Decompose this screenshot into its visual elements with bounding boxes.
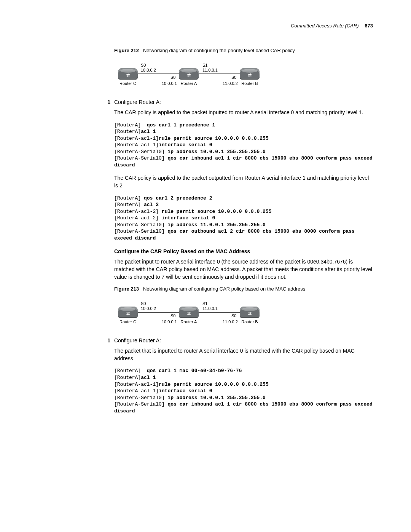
c3l4a: [RouterA-acl-1] bbox=[114, 388, 159, 394]
figure-212-text: Networking diagram of configuring the pr… bbox=[143, 48, 295, 53]
router-a-node-2: ⇄ Router A bbox=[179, 307, 199, 324]
link-ab-2 bbox=[199, 312, 240, 313]
ip-tr-2: 11.0.0.1 bbox=[202, 306, 218, 311]
c3l2a: [RouterA] bbox=[114, 375, 141, 380]
header-title: Committed Access Rate (CAR) bbox=[291, 23, 359, 29]
ip-tl-2: 10.0.0.2 bbox=[141, 306, 156, 311]
router-b-label: Router B bbox=[240, 81, 260, 86]
router-a-label: Router A bbox=[179, 81, 199, 86]
c2l5b: ip address 11.0.0.1 255.255.255.0 bbox=[167, 222, 265, 228]
ip-br: 11.0.0.2 bbox=[223, 81, 238, 86]
c1l6a: [RouterA-Serial0] bbox=[114, 155, 167, 161]
c3l1b: qos carl 1 mac 00-e0-34-b0-76-76 bbox=[147, 368, 242, 374]
c3l3b: rule permit source 10.0.0.0 0.0.0.255 bbox=[159, 382, 269, 387]
c1l5a: [RouterA-Serial0] bbox=[114, 149, 167, 155]
code-block-2: [RouterA] qos carl 2 precedence 2 [Route… bbox=[114, 195, 373, 242]
router-b-label-2: Router B bbox=[240, 320, 260, 324]
ip-br-2: 11.0.0.2 bbox=[223, 320, 238, 324]
c2l1a: [RouterA] bbox=[114, 195, 144, 201]
c2l2b: acl 2 bbox=[144, 202, 159, 208]
ip-tl: 10.0.0.2 bbox=[141, 68, 156, 72]
c2l3b: rule permit source 10.0.0.0 0.0.0.255 bbox=[162, 209, 272, 214]
c2l6a: [RouterA-Serial0] bbox=[114, 228, 167, 234]
c1l5b: ip address 10.0.0.1 255.255.255.0 bbox=[167, 149, 265, 155]
page-content: Figure 212 Networking diagram of configu… bbox=[114, 48, 373, 414]
router-c-node-2: ⇄ Router C bbox=[118, 307, 138, 324]
step-1a-num: 1 bbox=[104, 99, 110, 105]
port-s0-bl-2: S0 bbox=[170, 313, 175, 318]
link-ca-2 bbox=[138, 312, 179, 313]
figure-213-caption: Figure 213 Networking diagram of configu… bbox=[114, 286, 373, 292]
para-1: The CAR policy is applied to the packet … bbox=[114, 109, 373, 117]
c3l5b: ip address 10.0.0.1 255.255.255.0 bbox=[167, 395, 265, 401]
router-c-node: ⇄ Router C bbox=[118, 68, 138, 86]
port-s0-tl-2: S0 bbox=[141, 301, 146, 306]
ip-bl-2: 10.0.0.1 bbox=[162, 320, 177, 324]
c3l3a: [RouterA-acl-1] bbox=[114, 382, 159, 387]
router-icon: ⇄ bbox=[179, 307, 199, 318]
port-s0-bl: S0 bbox=[170, 75, 175, 80]
c2l1b: qos carl 2 precedence 2 bbox=[144, 195, 212, 201]
step-1b: 1 Configure Router A: bbox=[114, 337, 373, 343]
c1l1a: [RouterA] bbox=[114, 122, 147, 128]
c2l3a: [RouterA-acl-2] bbox=[114, 209, 162, 214]
c2l5a: [RouterA-Serial0] bbox=[114, 222, 167, 228]
c1l2a: [RouterA] bbox=[114, 129, 141, 134]
router-icon: ⇄ bbox=[240, 68, 260, 80]
c2l4a: [RouterA-acl-2] bbox=[114, 215, 162, 221]
page-header: Committed Access Rate (CAR) 673 bbox=[38, 23, 373, 29]
c1l4b: interface serial 0 bbox=[159, 142, 212, 148]
figure-212-caption: Figure 212 Networking diagram of configu… bbox=[114, 48, 373, 53]
port-s0-tl: S0 bbox=[141, 63, 146, 67]
step-1b-num: 1 bbox=[104, 337, 110, 343]
link-ab bbox=[199, 73, 240, 74]
c1l2b: acl 1 bbox=[141, 129, 156, 134]
para-3: The packet input to router A serial inte… bbox=[114, 258, 373, 281]
figure-213-label: Figure 213 bbox=[114, 286, 139, 292]
router-c-label-2: Router C bbox=[118, 320, 138, 324]
step-1a-text: Configure Router A: bbox=[114, 99, 373, 105]
section-2-head: Configure the CAR Policy Based on the MA… bbox=[114, 248, 373, 254]
code-block-1: [RouterA] qos carl 1 precedence 1 [Route… bbox=[114, 122, 373, 169]
c1l3a: [RouterA-acl-1] bbox=[114, 136, 159, 141]
c1l4a: [RouterA-acl-1] bbox=[114, 142, 159, 148]
link-ca bbox=[138, 73, 179, 74]
port-s1-tr: S1 bbox=[202, 63, 207, 67]
c3l2b: acl 1 bbox=[141, 375, 156, 380]
router-b-node-2: ⇄ Router B bbox=[240, 307, 260, 324]
c3l5a: [RouterA-Serial0] bbox=[114, 395, 167, 401]
para-4: The packet that is inputted to router A … bbox=[114, 347, 373, 362]
figure-213-text: Networking diagram of configuring CAR po… bbox=[143, 286, 305, 292]
port-s0-br-2: S0 bbox=[231, 313, 236, 318]
router-icon: ⇄ bbox=[240, 307, 260, 318]
c3l1a: [RouterA] bbox=[114, 368, 147, 374]
router-icon: ⇄ bbox=[179, 68, 199, 80]
c3l6a: [RouterA-Serial0] bbox=[114, 401, 167, 407]
step-1a: 1 Configure Router A: bbox=[114, 99, 373, 105]
para-2: The CAR policy is applied to the packet … bbox=[114, 174, 373, 189]
router-icon: ⇄ bbox=[118, 68, 138, 80]
router-a-label-2: Router A bbox=[179, 320, 199, 324]
router-icon: ⇄ bbox=[118, 307, 138, 318]
c2l4b: interface serial 0 bbox=[162, 215, 215, 221]
port-s1-tr-2: S1 bbox=[202, 301, 207, 306]
ip-bl: 10.0.0.1 bbox=[162, 81, 177, 86]
c1l1b: qos carl 1 precedence 1 bbox=[147, 122, 215, 128]
c3l4b: interface serial 0 bbox=[159, 388, 212, 394]
figure-213-diagram: ⇄ Router C S0 10.0.0.2 S0 10.0.0.1 ⇄ Rou… bbox=[118, 301, 285, 330]
ip-tr: 11.0.0.1 bbox=[202, 68, 218, 72]
c2l2a: [RouterA] bbox=[114, 202, 144, 208]
page-number: 673 bbox=[365, 23, 373, 29]
code-block-3: [RouterA] qos carl 1 mac 00-e0-34-b0-76-… bbox=[114, 367, 373, 414]
figure-212-label: Figure 212 bbox=[114, 48, 139, 53]
router-b-node: ⇄ Router B bbox=[240, 68, 260, 86]
c1l3b: rule permit source 10.0.0.0 0.0.0.255 bbox=[159, 136, 269, 141]
router-a-node: ⇄ Router A bbox=[179, 68, 199, 86]
figure-212-diagram: ⇄ Router C S0 10.0.0.2 S0 10.0.0.1 ⇄ Rou… bbox=[118, 63, 285, 91]
step-1b-text: Configure Router A: bbox=[114, 337, 373, 343]
router-c-label: Router C bbox=[118, 81, 138, 86]
port-s0-br: S0 bbox=[231, 75, 236, 80]
